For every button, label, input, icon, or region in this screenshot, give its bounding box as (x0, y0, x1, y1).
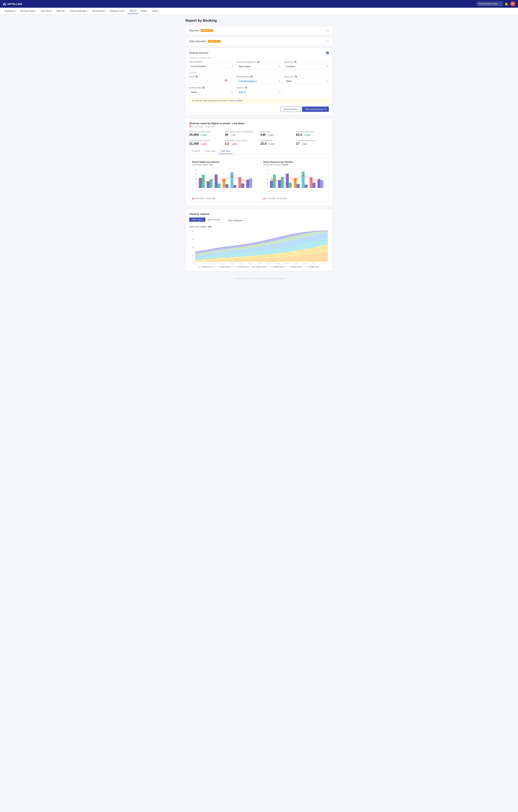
booking-status-select[interactable]: Select (189, 89, 234, 95)
nav-dashboard[interactable]: Dashboard ▾ (3, 8, 18, 13)
currency-tag-remove[interactable]: ✕ (244, 91, 246, 93)
nav-booking-engine[interactable]: Booking Engine ▾ (19, 8, 38, 13)
date-to-input[interactable]: 30 Jan 2025 (209, 80, 224, 82)
trend-tab-room-revenue[interactable]: Room revenue (205, 218, 223, 222)
svg-text:Room...: Room... (308, 189, 314, 192)
revenue-recognition-select[interactable]: Stay duration (237, 64, 282, 69)
accommodation-select[interactable]: Accommodation (189, 63, 234, 69)
tab-rate-plan[interactable]: Rate plan (219, 148, 233, 154)
currency-input[interactable]: AUD ✕ ▾ (236, 89, 281, 95)
nav-front-desk[interactable]: Front Desk ▾ (39, 8, 54, 13)
booking-status-label: Booking status i (189, 86, 234, 89)
date-range-input[interactable]: 01 Jan 2025 — 30 Jan 2025 📅 (189, 78, 234, 83)
nav-report[interactable]: Report ▾ (127, 8, 139, 14)
extend-link[interactable]: click to extend (229, 99, 242, 102)
source-type-info-icon[interactable]: i (295, 76, 297, 78)
currency-dropdown-icon[interactable]: ▾ (279, 91, 280, 93)
svg-point-27 (200, 179, 201, 180)
tab-channel[interactable]: Channel (189, 148, 203, 154)
channel-tabs: Channel Room type Rate plan (189, 148, 329, 154)
detailed-by-info-icon[interactable]: i (294, 61, 296, 63)
source-type-select[interactable]: Select (284, 78, 329, 84)
booking-source-dropdown-icon[interactable]: ▾ (279, 80, 280, 82)
bell-icon[interactable]: 🔔 (505, 2, 508, 6)
svg-text:150: 150 (192, 238, 195, 240)
date-from-input[interactable]: 01 Jan 2025 (191, 80, 205, 82)
daily-operation-radio[interactable] (326, 40, 329, 43)
svg-point-30 (224, 180, 225, 181)
daily-operation-header: Daily Operation Coming soon (189, 40, 329, 43)
svg-rect-24 (241, 183, 244, 188)
booking-source-info-icon[interactable]: i (251, 76, 253, 78)
view-summary-button[interactable]: View Summary (280, 107, 300, 112)
svg-text:Delux...: Delux... (285, 189, 290, 192)
svg-text:17 Jan: 17 Jan (266, 263, 271, 264)
trend-tab-room-nights[interactable]: Room nights (189, 218, 205, 222)
booking-source-label: Booking source i (237, 76, 282, 78)
room-nights-chart-subtitle: Total (room nights): 140 (192, 164, 255, 166)
detailed-by-select[interactable]: Line items (284, 64, 329, 69)
legend-double-room-5: Double room 5 (269, 266, 285, 268)
trend-tabs: Room nights Room revenue (189, 218, 223, 222)
svg-text:Doc...: Doc... (317, 189, 321, 192)
metric-value-4: 31,000 (189, 142, 199, 146)
brand-logo[interactable]: HOTELLINK (3, 2, 22, 6)
date-separator: — (206, 80, 208, 82)
nav-setup[interactable]: Setup ▾ (150, 8, 161, 13)
metric-change-2: ↗ 10% (267, 134, 274, 136)
metric-room-net-revenue: Room net revenue (AUD) 25,000 ↗ 10% (189, 130, 222, 137)
booking-revenue-radio[interactable] (326, 52, 329, 54)
booking-status-select-wrapper: Select (189, 89, 234, 95)
svg-rect-20 (225, 184, 228, 188)
svg-text:1 Jan: 1 Jan (193, 263, 197, 264)
daily-operation-badge: Coming soon (208, 40, 221, 43)
nav-channel-manager[interactable]: Channel Manager ▾ (68, 8, 90, 13)
page-title: Report by Booking (185, 19, 333, 23)
nav-social-media[interactable]: Social Media ▾ (90, 8, 107, 13)
accommodation-select-wrapper: Accommodation (189, 63, 234, 69)
period-info-icon[interactable]: i (196, 76, 198, 78)
svg-rect-26 (249, 178, 252, 188)
legend-double-room-2: Double room 2 (215, 266, 231, 268)
nav-misc[interactable]: MISC ▾ (140, 8, 150, 13)
payment-radio[interactable] (326, 29, 329, 32)
top-navigation: Dashboard ▾ Booking Engine ▾ Front Desk … (0, 8, 518, 14)
currency-info-icon[interactable]: i (245, 86, 247, 89)
filters-row-1: Period i 01 Jan 2025 — 30 Jan 2025 📅 Boo… (189, 76, 329, 84)
svg-rect-0 (3, 3, 4, 5)
svg-text:0: 0 (193, 261, 194, 263)
nav-website[interactable]: Website ▾ (55, 8, 67, 13)
calendar-icon[interactable]: 📅 (225, 80, 227, 82)
hotel-selector[interactable]: Kovena Demo Hotel (477, 2, 502, 6)
brand-name: HOTELLINK (7, 2, 22, 5)
svg-text:Delux...: Delux... (277, 189, 282, 192)
metric-change-3: ↗ 10% (304, 134, 311, 136)
svg-rect-56 (289, 183, 292, 188)
tab-room-type[interactable]: Room type (203, 148, 219, 154)
navbar-right: Kovena Demo Hotel 🔔 PT (477, 1, 515, 6)
metric-value-1: 30 (225, 133, 228, 137)
avatar[interactable]: PT (510, 1, 515, 6)
currency-tag: AUD ✕ (238, 91, 247, 94)
detailed-by-label: Detailed by i (284, 61, 329, 63)
svg-text:5 Jan: 5 Jan (211, 263, 215, 264)
svg-text:7 Jan: 7 Jan (221, 263, 225, 264)
metric-label-1: Reservations (after cancellations) (225, 130, 258, 133)
booking-source-input[interactable]: Channel manager ✕ ▾ (237, 78, 282, 84)
revenue-recognition-info-icon[interactable]: i (257, 61, 260, 63)
breakdown-select[interactable]: Daily breakdown (227, 219, 247, 223)
svg-point-32 (239, 179, 241, 180)
svg-text:Delux...: Delux... (205, 189, 210, 192)
svg-rect-51 (270, 181, 273, 188)
booking-status-info-icon[interactable]: i (202, 86, 205, 89)
revenue-recognition-group: Revenue recognition by i Stay duration (237, 61, 282, 69)
svg-text:30: 30 (195, 178, 197, 180)
svg-text:Standr...: Standr... (221, 189, 227, 192)
filter-download-button[interactable]: Filter and download ⬇ (302, 107, 329, 112)
filters-row-2: Booking status i Select Currency i AUD (189, 86, 281, 95)
nav-upselling-tools[interactable]: Upselling Tools ▾ (108, 8, 127, 13)
source-type-select-wrapper: Select (284, 78, 329, 84)
info-box: To view the data download instructions, … (189, 97, 329, 104)
booking-source-tag-remove[interactable]: ✕ (255, 80, 257, 82)
legend-double-room-7: Double room 7 (305, 266, 320, 268)
